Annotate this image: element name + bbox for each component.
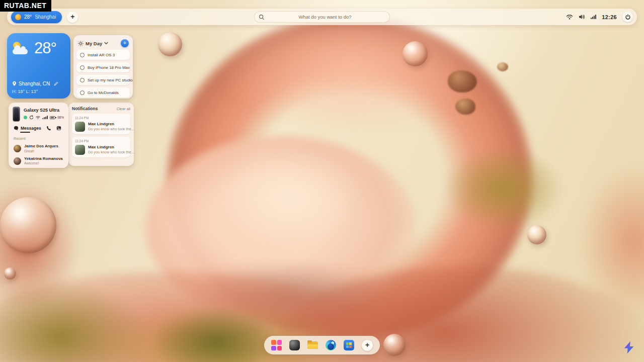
checkbox-icon[interactable] [80,78,85,82]
checkbox-icon[interactable] [80,90,85,95]
weather-temp: 28° [34,39,56,57]
contact-message: Awsome! [24,161,63,165]
volume-icon[interactable] [579,14,585,20]
weather-tab-temp: 28° [24,14,32,20]
location-pin-icon [12,81,17,86]
search-icon [259,14,265,20]
edge-browser-icon[interactable] [326,340,336,350]
weather-location: Shanghai, CN [19,81,50,86]
todo-label: Install AR OS 3 [88,53,115,57]
weather-tab[interactable]: 28° Shanghai [11,11,62,23]
todo-label: Buy iPhone 18 Pro Max [88,65,130,70]
todo-item[interactable]: Set up my new PC studio [76,75,130,85]
new-tab-button[interactable]: + [67,12,78,23]
water-droplet [158,32,182,56]
tab-calls-icon[interactable] [46,126,51,131]
power-button[interactable] [622,12,633,22]
weather-tab-city: Shanghai [35,14,56,20]
clear-all-button[interactable]: Clear all [116,107,130,111]
wallpaper-shape [216,25,488,136]
taskbar-dock: + [264,336,380,354]
notifications-panel: Notifications Clear all 11:24 PM Max Lin… [68,103,134,166]
sun-icon [15,14,21,20]
top-bar: 28° Shanghai + 12:26 [7,9,637,25]
app-dark-icon[interactable] [289,340,300,350]
contact-row[interactable]: Yekatrina Romanova Awsome! [13,156,64,166]
device-name: Galaxy S25 Ultra [24,108,64,113]
notification-preview: Do you know who took the... [88,150,127,154]
wallpaper-shape [216,151,362,246]
avatar [14,157,21,165]
add-task-button[interactable]: + [121,39,129,47]
system-tray: 12:26 [566,12,633,22]
site-watermark: RUTAB.NET [0,0,51,12]
tab-messages[interactable]: Messages [14,126,41,131]
tab-gallery-icon[interactable] [56,126,61,131]
phone-thumbnail [13,107,20,122]
partly-cloudy-icon [12,42,30,55]
notification-sender: Max Lindgren [88,145,127,150]
water-droplet [527,225,546,244]
water-droplet [0,197,56,253]
battery-percent: 98% [57,116,64,119]
my-day-widget: My Day + Install AR OS 3 Buy iPhone 18 P… [73,35,133,99]
sun-icon [78,41,84,46]
power-icon [625,14,631,20]
weather-high-low: H: 18° L: 13° [12,89,65,94]
start-icon[interactable] [271,340,282,350]
clock[interactable]: 12:26 [602,14,617,20]
checkbox-icon[interactable] [80,65,85,70]
notification-sender: Max Lindgren [88,122,127,127]
search-bar[interactable] [254,11,390,23]
notification-time: 11:24 PM [75,116,127,120]
wifi-icon[interactable] [566,14,573,20]
todo-label: Go to McDonalds [88,90,119,95]
notification-card[interactable]: 11:24 PM Max Lindgren Do you know who to… [72,137,130,157]
my-day-title: My Day [86,41,102,46]
recent-label: Recent [14,136,63,141]
notification-card[interactable]: 11:24 PM Max Lindgren Do you know who to… [72,114,130,134]
cellular-signal-icon [42,116,48,119]
store-icon[interactable] [344,340,354,350]
floating-rock [497,62,508,71]
wallpaper-shape [443,146,564,231]
active-tab-underline [20,132,30,133]
notification-time: 11:24 PM [75,139,127,143]
cellular-signal-icon[interactable] [591,15,596,19]
todo-item[interactable]: Buy iPhone 18 Pro Max [76,62,130,72]
avatar [75,122,85,132]
add-app-button[interactable]: + [362,340,373,351]
contact-message: Great! [24,149,58,153]
todo-item[interactable]: Go to McDonalds [76,87,130,98]
phone-link-widget: Galaxy S25 Ultra 98% [9,103,68,168]
todo-item[interactable]: Install AR OS 3 [76,50,130,60]
edit-location-icon[interactable] [54,81,58,86]
chat-bubble-icon [14,126,19,131]
checkbox-icon[interactable] [80,53,85,57]
battery-icon [50,116,55,119]
avatar [75,145,85,155]
contact-name: Jaime Dos Arques [24,144,58,149]
tab-messages-label: Messages [21,126,41,131]
contact-name: Yekatrina Romanova [24,156,63,161]
todo-label: Set up my new PC studio [88,78,133,82]
bolt-logo [622,340,636,354]
wifi-icon [36,116,40,119]
sync-icon [29,115,34,120]
water-droplet [4,267,16,280]
water-droplet [383,334,406,356]
weather-widget[interactable]: 28° Shanghai, CN H: 18° L: 13° [7,33,70,99]
notification-preview: Do you know who took the... [88,127,127,131]
water-droplet [403,41,428,66]
chevron-down-icon[interactable] [104,42,108,45]
file-explorer-icon[interactable] [307,340,318,350]
floating-rock [455,99,475,115]
floating-rock [448,70,477,93]
device-status-row: 98% [24,115,64,120]
notifications-title: Notifications [72,106,98,111]
search-input[interactable] [265,14,385,20]
online-status-icon [24,116,27,119]
contact-row[interactable]: Jaime Dos Arques Great! [13,144,64,153]
avatar [14,145,21,152]
